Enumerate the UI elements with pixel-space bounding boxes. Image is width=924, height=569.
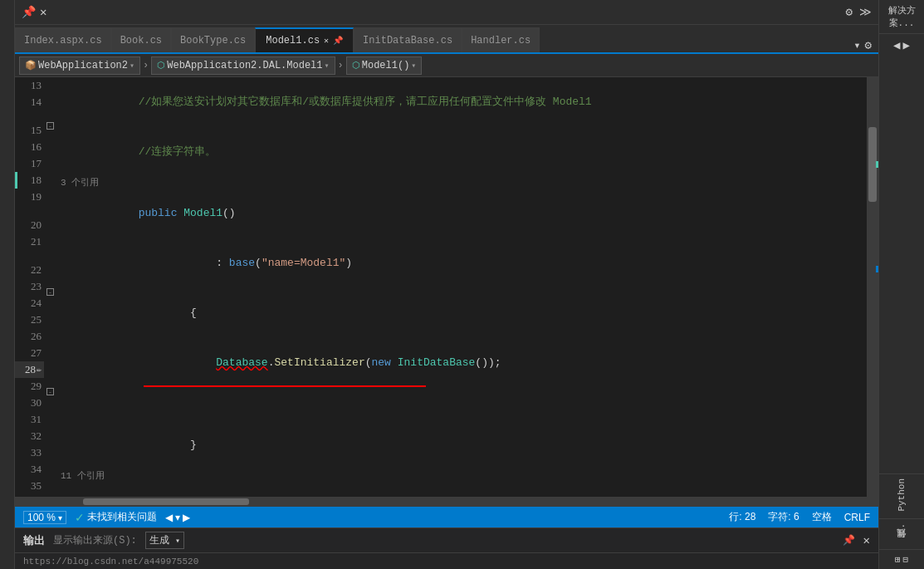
tab-list-icon[interactable]: ▾ bbox=[853, 38, 860, 52]
gutter-line: 21 bbox=[15, 233, 44, 250]
bottom-url: https://blog.csdn.net/a449975520 bbox=[23, 557, 198, 567]
tab-initdatabase[interactable]: InitDataBase.cs bbox=[354, 27, 462, 52]
status-right: 行: 28 字符: 6 空格 CRLF bbox=[729, 510, 870, 524]
bottom-url-bar: https://blog.csdn.net/a449975520 bbox=[15, 552, 878, 569]
source-value: 生成 bbox=[149, 535, 169, 547]
status-bar: 100 % ▾ ✓ 未找到相关问题 ◀ ▾ ▶ 行: 28 字符: 6 空格 bbox=[15, 507, 878, 527]
nav-next-icon[interactable]: ▶ bbox=[903, 38, 910, 52]
gutter-line: 29 bbox=[15, 378, 44, 395]
nav-left-icon[interactable]: ◀ bbox=[165, 512, 173, 523]
tab-pin-icon[interactable]: 📌 bbox=[333, 36, 343, 46]
right-sidebar-python: Python bbox=[879, 473, 924, 518]
tab-label: InitDataBase.cs bbox=[363, 35, 452, 47]
right-sidebar: 解决方案... ◀ ▶ Python 属性 ... ⊞ ⊟ bbox=[878, 0, 924, 569]
code-line-17: { bbox=[61, 288, 867, 338]
breadcrumb-namespace[interactable]: ⬡ WebApplication2.DAL.Model1 ▾ bbox=[151, 56, 335, 75]
output-controls: 📌 ✕ bbox=[843, 533, 870, 547]
spaces-info: 空格 bbox=[812, 510, 832, 524]
zoom-level[interactable]: 100 % ▾ bbox=[23, 511, 66, 524]
breadcrumb-separator-1: › bbox=[143, 60, 149, 71]
collapse-markers: - - - bbox=[44, 77, 56, 497]
properties-label: 属性 ... bbox=[896, 523, 908, 545]
gutter-line: 15 bbox=[15, 122, 44, 139]
dropdown-icon[interactable]: ▾ bbox=[130, 61, 134, 71]
tab-book[interactable]: Book.cs bbox=[111, 27, 171, 52]
breadcrumb-separator-2: › bbox=[338, 60, 344, 71]
pin-toolbar-icon[interactable]: 📌 bbox=[22, 5, 36, 19]
scrollbar-h-thumb[interactable] bbox=[83, 498, 249, 505]
tab-model1[interactable]: Model1.cs ✕ 📌 bbox=[255, 27, 354, 52]
source-dropdown-icon[interactable]: ▾ bbox=[175, 537, 180, 546]
problems-indicator[interactable]: ✓ 未找到相关问题 bbox=[75, 510, 157, 524]
collapse-30[interactable]: - bbox=[46, 388, 54, 395]
gutter-line: 25 bbox=[15, 311, 44, 328]
tab-label: Book.cs bbox=[120, 35, 162, 47]
gutter-line: 16 bbox=[15, 139, 44, 155]
tab-settings-icon[interactable]: ⚙ bbox=[865, 38, 872, 52]
tab-label: Handler.cs bbox=[471, 35, 530, 47]
member-name: Model1() bbox=[362, 60, 410, 71]
nav-arrows[interactable]: ◀ ▾ ▶ bbox=[165, 512, 190, 523]
gutter-line: 32 bbox=[15, 428, 44, 444]
tab-label: Index.aspx.cs bbox=[24, 35, 102, 47]
line-info: 行: 28 bbox=[729, 510, 755, 524]
gutter-line-current: 28 ✏ bbox=[15, 361, 44, 378]
collapse-15[interactable]: - bbox=[46, 122, 54, 130]
horizontal-scrollbar[interactable] bbox=[15, 497, 878, 507]
pencil-icon: ✏ bbox=[37, 365, 42, 375]
gutter-line: 20 bbox=[15, 217, 44, 233]
output-label: 输出 bbox=[23, 533, 45, 548]
gutter-refcount bbox=[15, 110, 44, 122]
gutter: 13 14 15 16 bbox=[15, 77, 44, 497]
pin-output-icon[interactable]: 📌 bbox=[843, 534, 855, 547]
right-sidebar-nav: ◀ ▶ bbox=[879, 34, 924, 56]
overflow-icon[interactable]: ≫ bbox=[859, 5, 872, 19]
python-label: Python bbox=[897, 478, 907, 512]
table-icon[interactable]: ⊟ bbox=[903, 554, 909, 565]
encoding-info: CRLF bbox=[844, 512, 870, 523]
dropdown-icon-3[interactable]: ▾ bbox=[411, 61, 416, 71]
code-line-14: //连接字符串。 bbox=[61, 127, 867, 177]
code-line-19: } bbox=[61, 420, 867, 470]
breadcrumb-project[interactable]: 📦 WebApplication2 ▾ bbox=[19, 56, 140, 75]
gutter-line: 30 bbox=[15, 395, 44, 411]
output-bar: 输出 显示输出来源(S): 生成 ▾ 📌 ✕ bbox=[15, 527, 878, 552]
address-bar: 📦 WebApplication2 ▾ › ⬡ WebApplication2.… bbox=[15, 54, 878, 77]
nav-prev-icon[interactable]: ◀ bbox=[893, 38, 900, 52]
tab-close-icon[interactable]: ✕ bbox=[324, 36, 329, 46]
breadcrumb-member[interactable]: ⬡ Model1() ▾ bbox=[346, 56, 423, 75]
code-line-16: : base("name=Model1") bbox=[61, 238, 867, 288]
nav-right-icon[interactable]: ▶ bbox=[183, 512, 190, 523]
tab-handler[interactable]: Handler.cs bbox=[462, 27, 540, 52]
collapse-24[interactable]: - bbox=[46, 288, 54, 296]
close-output-icon[interactable]: ✕ bbox=[863, 533, 870, 547]
gutter-line: 35 bbox=[15, 478, 44, 494]
right-sidebar-properties: 属性 ... bbox=[879, 518, 924, 549]
gutter-line: 34 bbox=[15, 461, 44, 478]
dropdown-icon-2[interactable]: ▾ bbox=[325, 61, 330, 71]
settings-icon[interactable]: ⚙ bbox=[846, 5, 853, 19]
right-sidebar-icons: ⊞ ⊟ bbox=[879, 549, 924, 569]
grid-icon[interactable]: ⊞ bbox=[895, 554, 901, 565]
gutter-line: 27 bbox=[15, 345, 44, 361]
code-line-13: //如果您送安计划对其它数据库和/或数据库提供程序，请工应用任何配置文件中修改 … bbox=[61, 77, 867, 127]
code-line-15: public Model1() bbox=[61, 189, 867, 238]
gutter-line: 18 bbox=[15, 172, 44, 189]
code-content[interactable]: //如果您送安计划对其它数据库和/或数据库提供程序，请工应用任何配置文件中修改 … bbox=[56, 77, 867, 497]
output-source-dropdown[interactable]: 生成 ▾ bbox=[145, 532, 184, 549]
gutter-line: 14 bbox=[15, 94, 44, 110]
gutter-line: 23 bbox=[15, 278, 44, 295]
gutter-refcount bbox=[15, 250, 44, 262]
gutter-line: 22 bbox=[15, 262, 44, 278]
vertical-scrollbar[interactable] bbox=[867, 77, 878, 497]
tab-label: BookType.cs bbox=[180, 35, 246, 47]
close-toolbar-icon[interactable]: ✕ bbox=[40, 5, 46, 19]
tab-index-aspx[interactable]: Index.aspx.cs bbox=[15, 27, 111, 52]
tab-booktype[interactable]: BookType.cs bbox=[171, 27, 255, 52]
refcount-after-19: 11 个引用 bbox=[61, 470, 867, 482]
nav-dropdown-icon[interactable]: ▾ bbox=[175, 512, 180, 523]
tab-bar: Index.aspx.cs Book.cs BookType.cs Model1… bbox=[15, 25, 878, 54]
gutter-refcount bbox=[15, 205, 44, 217]
code-editor: 13 14 15 16 bbox=[15, 77, 878, 497]
zoom-dropdown[interactable]: ▾ bbox=[58, 513, 62, 522]
